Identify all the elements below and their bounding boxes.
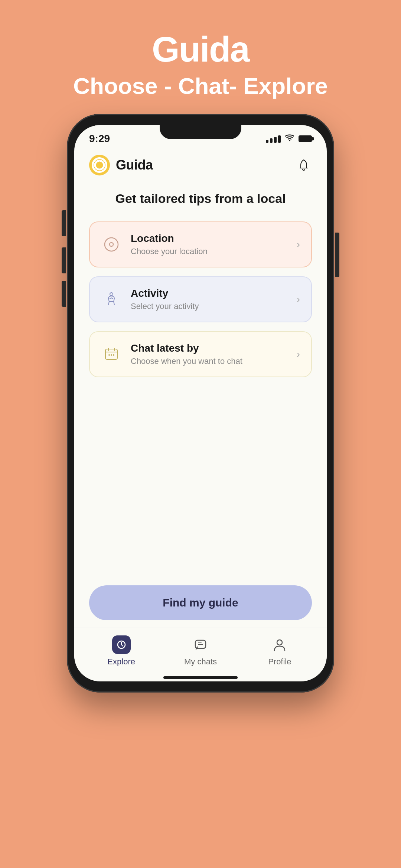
activity-card[interactable]: Activity Select your activity › bbox=[89, 276, 312, 322]
profile-icon bbox=[270, 635, 289, 654]
activity-title: Activity bbox=[131, 287, 297, 299]
svg-point-8 bbox=[113, 354, 114, 356]
app-header: Guida bbox=[74, 147, 327, 183]
location-title: Location bbox=[131, 233, 297, 244]
nav-item-chats[interactable]: My chats bbox=[178, 635, 223, 667]
location-chevron: › bbox=[297, 239, 300, 250]
battery-icon bbox=[299, 135, 312, 142]
signal-icon bbox=[266, 135, 281, 143]
svg-point-11 bbox=[277, 640, 282, 645]
svg-point-4 bbox=[110, 293, 113, 296]
location-text: Location Choose your location bbox=[131, 233, 297, 256]
bottom-nav: Explore My chats bbox=[74, 628, 327, 678]
location-icon bbox=[101, 234, 122, 255]
hero-text: Get tailored tips from a local bbox=[89, 190, 312, 207]
app-name: Guida bbox=[116, 157, 153, 173]
explore-icon bbox=[112, 635, 131, 654]
activity-icon bbox=[101, 289, 122, 310]
status-time: 9:29 bbox=[89, 133, 110, 145]
notch bbox=[160, 125, 241, 139]
svg-point-2 bbox=[105, 238, 118, 251]
bell-icon bbox=[297, 158, 310, 172]
find-guide-button[interactable]: Find my guide bbox=[89, 585, 312, 620]
activity-chevron: › bbox=[297, 293, 300, 305]
nav-item-explore[interactable]: Explore bbox=[99, 635, 144, 667]
location-subtitle: Choose your location bbox=[131, 247, 297, 256]
page-subtitle: Choose - Chat- Explore bbox=[73, 73, 328, 99]
phone-frame: 9:29 bbox=[67, 114, 334, 693]
logo-circle bbox=[89, 155, 110, 175]
wifi-icon bbox=[285, 134, 294, 144]
nav-item-profile[interactable]: Profile bbox=[257, 635, 302, 667]
svg-point-1 bbox=[95, 161, 104, 170]
chat-subtitle: Choose when you want to chat bbox=[131, 356, 297, 366]
svg-point-6 bbox=[108, 354, 110, 356]
chat-title: Chat latest by bbox=[131, 342, 297, 354]
home-bar bbox=[163, 676, 238, 679]
home-indicator bbox=[74, 678, 327, 681]
chat-chevron: › bbox=[297, 348, 300, 360]
nav-chats-label: My chats bbox=[184, 657, 217, 667]
svg-point-3 bbox=[110, 243, 113, 246]
activity-subtitle: Select your activity bbox=[131, 302, 297, 311]
chats-icon bbox=[191, 635, 210, 654]
nav-explore-label: Explore bbox=[107, 657, 135, 667]
page-title: Guida bbox=[73, 30, 328, 69]
location-card[interactable]: Location Choose your location › bbox=[89, 221, 312, 267]
page-background: Guida Choose - Chat- Explore 9:29 bbox=[0, 0, 401, 868]
chat-icon bbox=[101, 344, 122, 365]
phone-screen: 9:29 bbox=[74, 125, 327, 681]
app-logo: Guida bbox=[89, 155, 153, 175]
bell-button[interactable] bbox=[296, 157, 312, 173]
nav-profile-label: Profile bbox=[268, 657, 291, 667]
svg-point-0 bbox=[289, 140, 290, 141]
activity-text: Activity Select your activity bbox=[131, 287, 297, 311]
status-icons bbox=[266, 134, 312, 144]
find-guide-label: Find my guide bbox=[163, 596, 238, 609]
svg-point-7 bbox=[111, 354, 112, 356]
chat-card[interactable]: Chat latest by Choose when you want to c… bbox=[89, 331, 312, 377]
chat-text: Chat latest by Choose when you want to c… bbox=[131, 342, 297, 366]
main-content: Get tailored tips from a local Location … bbox=[74, 183, 327, 582]
page-header: Guida Choose - Chat- Explore bbox=[73, 0, 328, 99]
